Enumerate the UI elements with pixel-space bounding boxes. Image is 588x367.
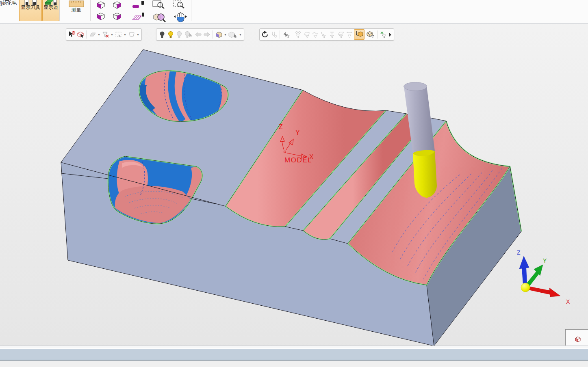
mouse-modes-icon[interactable] <box>172 12 189 24</box>
range-tool-icon[interactable] <box>345 30 353 39</box>
surface-tool-icon[interactable] <box>303 30 310 39</box>
marquee-select-icon[interactable] <box>115 30 122 39</box>
measure-ruler-icon <box>69 0 84 7</box>
shade-cube-right-icon[interactable] <box>111 0 124 11</box>
visibility-toolbar: ▾ ▾ <box>156 28 244 41</box>
marker-model-label: MODEL <box>284 156 312 164</box>
axis-z-arrow <box>522 267 527 285</box>
filter-clear-icon[interactable] <box>102 30 109 39</box>
curve-tool-icon[interactable] <box>311 30 319 39</box>
marker-y-label: Y <box>295 129 300 136</box>
block-pick-dropdown[interactable]: ▾ <box>239 33 242 37</box>
bulb-dim-icon[interactable] <box>175 30 183 39</box>
zoom-group <box>152 0 189 24</box>
collision-check-icon[interactable] <box>354 29 365 40</box>
measure-button[interactable]: 测量 <box>64 0 89 20</box>
block-display-dropdown[interactable]: ▾ <box>223 33 227 37</box>
bulb-on-icon[interactable] <box>167 30 174 39</box>
world-axis-triad[interactable]: Z Y X <box>517 249 570 305</box>
show-edges-button[interactable]: 显示边 <box>42 0 59 21</box>
bulb-pick-icon[interactable] <box>184 30 193 39</box>
ribbon-toolbar: 初始化毛 坯 显示刀具 显示边 测量 <box>0 0 588 24</box>
zoom-dotted-icon[interactable] <box>172 0 189 10</box>
stock-block[interactable] <box>61 50 521 346</box>
filter-clear-dropdown[interactable]: ▾ <box>110 33 114 37</box>
boundary-select-icon[interactable] <box>128 30 135 39</box>
axis-origin-sphere <box>521 283 530 292</box>
bulb-off-icon[interactable] <box>158 30 166 39</box>
boundary-select-dropdown[interactable]: ▾ <box>136 33 140 37</box>
block-tool-icon[interactable] <box>365 30 375 39</box>
prev-arrow-icon[interactable] <box>194 30 202 39</box>
zoom-box-icon[interactable] <box>152 0 168 10</box>
tool-filter-pale-icon[interactable] <box>270 30 278 39</box>
box-select-icon[interactable] <box>76 30 84 39</box>
block-pick-icon[interactable] <box>228 30 238 39</box>
show-tool-button[interactable]: 显示刀具 <box>19 0 42 21</box>
zoom-cube-icon[interactable] <box>152 12 168 24</box>
shade-cube-right2-icon[interactable] <box>111 12 124 22</box>
plane-tool-icon[interactable] <box>337 30 345 39</box>
axis-x-arrow <box>528 286 551 295</box>
tool-hatch-block-icon[interactable] <box>131 12 146 22</box>
stock-cube-icon[interactable] <box>574 335 582 343</box>
shade-mode-group <box>94 0 124 22</box>
marker-z-label: Z <box>279 123 283 130</box>
triad-x-label: X <box>566 298 570 305</box>
viewport-3d[interactable]: Z Y X MODEL Z Y X <box>0 0 588 367</box>
limit-tool-icon[interactable] <box>380 30 387 39</box>
shade-cube-left-icon[interactable] <box>94 0 107 11</box>
application-window: Z Y X MODEL Z Y X 初始化毛 坯 <box>0 0 588 367</box>
surface-select-dropdown[interactable]: ▾ <box>97 33 101 37</box>
marquee-select-dropdown[interactable]: ▾ <box>123 33 127 37</box>
bottom-area <box>0 361 588 367</box>
corner-tool-icon[interactable] <box>320 30 328 39</box>
select-toolbar: ▾ ▾ ▾ ▾ <box>66 28 142 41</box>
triad-y-label: Y <box>543 257 547 264</box>
tool-display-group <box>131 0 146 22</box>
simulation-toolbar <box>259 28 394 41</box>
next-arrow-icon[interactable] <box>203 30 210 39</box>
shade-cube-left2-icon[interactable] <box>94 12 107 22</box>
triad-z-label: Z <box>517 249 521 256</box>
status-bar <box>0 348 588 361</box>
tool-block-icon[interactable] <box>131 0 146 11</box>
init-stock-button[interactable]: 初始化毛 坯 <box>0 0 20 23</box>
axis-tool-icon[interactable] <box>282 30 290 39</box>
surface-select-icon[interactable] <box>89 30 96 39</box>
refresh-icon[interactable] <box>261 30 269 39</box>
points-tool-icon[interactable] <box>294 30 302 39</box>
t-tool-icon[interactable] <box>328 30 336 39</box>
tool-shank-top <box>404 82 427 91</box>
block-display-icon[interactable] <box>215 30 223 39</box>
cursor-deselect-icon[interactable] <box>68 30 76 39</box>
expand-toolbar-icon[interactable] <box>388 30 392 39</box>
